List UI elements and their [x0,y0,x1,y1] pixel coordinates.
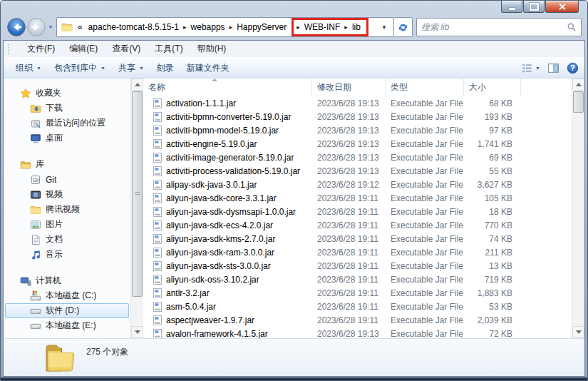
breadcrumb-segment[interactable]: apache-tomcat-8.5.15-1 [85,21,182,34]
file-size-cell: 13 KB [464,261,521,271]
table-row[interactable]: avalon-framework-4.1.5.jar2023/6/28 19:1… [143,327,572,338]
table-row[interactable]: aliyun-java-sdk-dysmsapi-1.0.0.jar2023/6… [143,205,572,218]
scroll-up-button[interactable] [131,78,143,91]
drive-icon [30,305,41,317]
breadcrumb-segment[interactable]: HappyServer [233,21,290,34]
sidebar-item-软件 (D:)[interactable]: 软件 (D:) [5,303,129,318]
sidebar-item-腾讯视频[interactable]: 腾讯视频 [5,202,129,217]
file-name: asm-5.0.4.jar [166,302,216,312]
git-library-icon: Git [30,174,41,186]
file-size-cell: 1,883 KB [464,288,521,298]
file-name-cell: aliyun-java-sdk-dysmsapi-1.0.0.jar [143,207,312,217]
sidebar-item-最近访问的位置[interactable]: 最近访问的位置 [5,116,129,131]
sidebar-item-本地磁盘 (C:)[interactable]: 本地磁盘 (C:) [5,288,129,303]
jar-file-icon [153,234,163,244]
table-row[interactable]: activation-1.1.1.jar2023/6/28 19:13Execu… [143,96,572,110]
sidebar-item-label: 下载 [46,102,63,114]
menu-item[interactable]: 编辑(E) [63,41,103,57]
sidebar-item-文档[interactable]: 文档 [5,232,129,247]
back-button[interactable] [6,17,26,37]
table-row[interactable]: aliyun-java-sdk-core-3.3.1.jar2023/6/28 … [143,191,572,205]
recent-pages-dropdown[interactable]: ▼ [48,24,53,31]
search-box[interactable]: 搜索 lib [416,18,582,36]
sidebar-scroll-thumb[interactable] [132,91,143,297]
sidebar-item-Git[interactable]: GitGit [5,172,129,187]
change-view-button[interactable]: ▼ [521,62,540,74]
column-header[interactable]: 类型 [386,78,464,96]
sidebar-item-本地磁盘 (E:)[interactable]: 本地磁盘 (E:) [5,318,129,333]
file-name-cell: activiti-image-generator-5.19.0.jar [143,153,312,163]
drive-icon [30,320,41,332]
menu-item[interactable]: 工具(T) [149,41,188,57]
sidebar-scrollbar[interactable] [130,78,143,338]
table-row[interactable]: aliyun-java-sdk-sts-3.0.0.jar2023/6/28 1… [143,259,572,273]
toolbar-button[interactable]: 新建文件夹 [180,59,236,77]
date-modified-cell: 2023/6/28 19:13 [312,126,386,136]
file-list-scroll-thumb[interactable] [573,91,584,113]
file-name: aliyun-java-sdk-ecs-4.2.0.jar [166,220,273,230]
refresh-button[interactable] [394,17,413,37]
scroll-down-button[interactable] [572,326,584,338]
toolbar-button[interactable]: 共享▼ [112,59,150,77]
jar-file-icon [153,193,163,203]
sidebar-item-视频[interactable]: 视频 [5,187,129,202]
sidebar-section-库[interactable]: 库 [5,157,129,172]
table-row[interactable]: asm-5.0.4.jar2023/6/28 19:11Executable J… [143,300,572,313]
sidebar-item-下载[interactable]: 下载 [5,101,129,116]
sidebar-item-图片[interactable]: 图片 [5,217,129,232]
sidebar-section-计算机[interactable]: 计算机 [5,273,129,288]
preview-pane-button[interactable] [547,62,559,74]
menu-item[interactable]: 帮助(H) [192,41,232,57]
table-row[interactable]: aliyun-java-sdk-ecs-4.2.0.jar2023/6/28 1… [143,218,572,232]
toolbar-button[interactable]: 包含到库中▼ [48,59,112,77]
file-list-scrollbar[interactable] [572,78,584,338]
toolbar-button[interactable]: 组织▼ [9,59,48,77]
details-pane: 275 个对象 [4,338,584,376]
breadcrumb-collapsed[interactable]: « [76,21,85,34]
column-header-label: 类型 [391,81,408,93]
column-header[interactable]: 名称 [143,78,312,96]
forward-button[interactable] [26,17,46,37]
minimize-button[interactable] [501,1,522,13]
menu-item[interactable]: 文件(F) [21,41,61,57]
table-row[interactable]: activiti-image-generator-5.19.0.jar2023/… [143,151,572,164]
breadcrumb-segment[interactable]: WEB-INF [301,21,344,34]
breadcrumb-segment[interactable]: lib [349,21,364,34]
toolbar-button[interactable]: 刻录 [150,59,180,77]
maximize-button[interactable] [523,1,545,13]
table-row[interactable]: activiti-process-validation-5.19.0.jar20… [143,164,572,178]
column-header[interactable]: 大小 [464,78,521,96]
table-row[interactable]: activiti-engine-5.19.0.jar2023/6/28 19:1… [143,137,572,151]
table-row[interactable]: aliyun-sdk-oss-3.10.2.jar2023/6/28 19:11… [143,273,572,286]
column-header-label: 名称 [148,81,165,93]
file-name-cell: activation-1.1.1.jar [143,98,312,108]
sidebar-item-桌面[interactable]: 桌面 [5,131,129,146]
address-dropdown-button[interactable]: ▼ [376,18,392,36]
table-row[interactable]: alipay-sdk-java-3.0.1.jar2023/6/28 19:12… [143,178,572,191]
menu-item[interactable]: 查看(V) [106,41,146,57]
table-row[interactable]: activiti-bpmn-model-5.19.0.jar2023/6/28 … [143,123,572,137]
jar-file-icon [153,302,163,312]
jar-file-icon [153,261,163,271]
breadcrumb-segment[interactable]: webapps [187,21,229,34]
file-type-cell: Executable Jar File [386,315,464,325]
table-row[interactable]: activiti-bpmn-converter-5.19.0.jar2023/6… [143,110,572,123]
jar-file-icon [153,98,163,108]
close-button[interactable] [545,1,579,13]
scroll-down-button[interactable] [131,326,143,338]
date-modified-cell: 2023/6/28 19:13 [312,139,386,149]
address-bar[interactable]: « apache-tomcat-8.5.15-1▸webapps▸HappySe… [56,17,394,37]
help-button[interactable]: ? [567,62,579,74]
sidebar-item-label: 腾讯视频 [46,203,80,215]
table-row[interactable]: aspectjweaver-1.9.7.jar2023/6/28 19:11Ex… [143,313,572,327]
table-row[interactable]: aliyun-java-sdk-ram-3.0.0.jar2023/6/28 1… [143,245,572,259]
system-drive-icon [30,290,41,302]
explorer-window: ▼ « apache-tomcat-8.5.15-1▸webapps▸Happy… [0,0,588,381]
table-row[interactable]: aliyun-java-sdk-kms-2.7.0.jar2023/6/28 1… [143,232,572,245]
scroll-up-button[interactable] [572,78,584,91]
sidebar-section-收藏夹[interactable]: 收藏夹 [5,86,129,101]
column-header[interactable]: 修改日期 [312,78,386,96]
table-row[interactable]: antlr-3.2.jar2023/6/28 19:11Executable J… [143,286,572,300]
date-modified-cell: 2023/6/28 19:13 [312,166,386,176]
sidebar-item-音乐[interactable]: 音乐 [5,247,129,262]
